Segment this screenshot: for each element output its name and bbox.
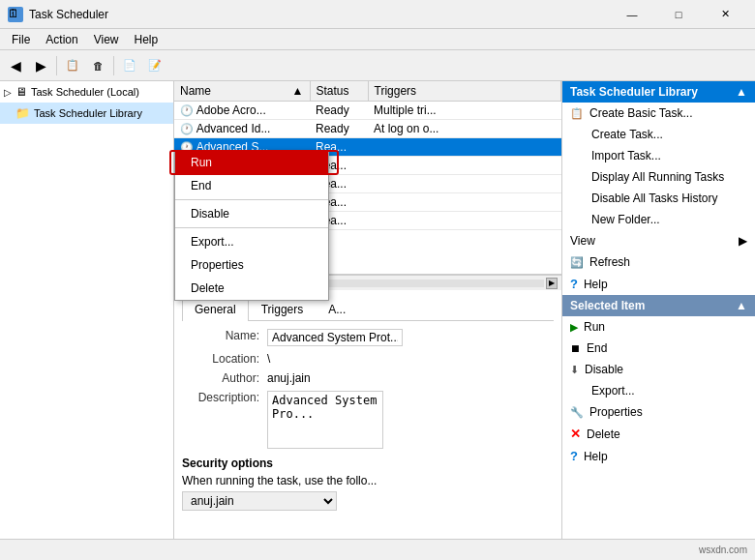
col-triggers[interactable]: Triggers [368, 81, 561, 102]
location-label: Location: [182, 352, 259, 366]
help-selected-icon: ? [570, 449, 578, 463]
col-name[interactable]: Name ▲ [174, 81, 310, 102]
disable-history-label: Disable All Tasks History [591, 192, 718, 205]
task-status-cell: Ready [310, 102, 368, 120]
ctx-delete[interactable]: Delete [175, 277, 328, 300]
maximize-button[interactable]: □ [656, 0, 701, 29]
import-task-label: Import Task... [591, 149, 661, 162]
help-library-label: Help [584, 278, 608, 291]
app-icon: 🗓 [8, 7, 23, 22]
actions-section-selected-title: Selected Item ▲ [562, 295, 755, 316]
action-display-running[interactable]: Display All Running Tasks [562, 166, 755, 188]
properties-icon: 🔧 [570, 406, 584, 419]
close-button[interactable]: ✕ [703, 0, 747, 29]
folder-icon: 📁 [15, 106, 30, 120]
action-end-selected[interactable]: ⏹ End [562, 338, 755, 359]
action-view[interactable]: View ▶ [562, 230, 755, 251]
action-run-selected[interactable]: ▶ Run [562, 316, 755, 338]
toolbar-btn-3[interactable]: 📄 [118, 54, 141, 77]
action-create-task[interactable]: Create Task... [562, 124, 755, 145]
detail-description-row: Description: Advanced System Pro... [182, 391, 554, 449]
action-properties-selected[interactable]: 🔧 Properties [562, 401, 755, 423]
disable-label: Disable [585, 363, 623, 376]
delete-label: Delete [587, 427, 620, 441]
action-help-library[interactable]: ? Help [562, 273, 755, 295]
menu-view[interactable]: View [86, 31, 127, 48]
sidebar-item-library[interactable]: 📁 Task Scheduler Library [0, 103, 173, 124]
menu-action[interactable]: Action [38, 31, 85, 48]
status-bar: wsxdn.com [0, 539, 755, 560]
action-delete-selected[interactable]: ✕ Delete [562, 423, 755, 445]
create-task-label: Create Task... [591, 128, 663, 141]
actions-panel: Task Scheduler Library ▲ 📋 Create Basic … [561, 81, 755, 560]
actions-selected-label: Selected Item [570, 299, 645, 312]
toolbar-forward[interactable]: ▶ [29, 54, 52, 77]
ctx-sep-1 [175, 199, 328, 200]
ctx-disable[interactable]: Disable [175, 202, 328, 225]
security-text: When running the task, use the follo... [182, 474, 554, 487]
disable-icon: ⬇ [570, 364, 579, 376]
help-selected-label: Help [584, 450, 608, 463]
security-title: Security options [182, 457, 554, 470]
col-status[interactable]: Status [310, 81, 368, 102]
security-section: Security options When running the task, … [182, 457, 554, 511]
task-row[interactable]: 🕐 Adobe Acro...ReadyMultiple tri... [174, 102, 561, 120]
view-label: View [570, 234, 595, 248]
tab-triggers[interactable]: Triggers [249, 298, 317, 320]
toolbar-btn-4[interactable]: 📝 [143, 54, 166, 77]
security-user-select[interactable]: anuj.jain [182, 491, 337, 511]
end-label: End [587, 341, 607, 355]
toolbar-btn-1[interactable]: 📋 [61, 54, 84, 77]
name-label: Name: [182, 329, 259, 346]
action-disable-history[interactable]: Disable All Tasks History [562, 188, 755, 209]
action-export-selected[interactable]: Export... [562, 380, 755, 401]
sidebar: ▷ 🖥 Task Scheduler (Local) 📁 Task Schedu… [0, 81, 174, 560]
action-import-task[interactable]: Import Task... [562, 145, 755, 166]
ctx-export[interactable]: Export... [175, 230, 328, 253]
author-label: Author: [182, 371, 259, 385]
end-icon: ⏹ [570, 342, 581, 354]
create-basic-label: Create Basic Task... [589, 106, 693, 120]
action-refresh[interactable]: 🔄 Refresh [562, 251, 755, 273]
delete-icon: ✕ [570, 427, 581, 441]
toolbar-sep-2 [113, 56, 114, 75]
scroll-right[interactable]: ▶ [546, 278, 558, 289]
ctx-sep-2 [175, 227, 328, 228]
refresh-icon: 🔄 [570, 256, 584, 269]
menu-help[interactable]: Help [127, 31, 166, 48]
action-new-folder[interactable]: New Folder... [562, 209, 755, 230]
toolbar-sep-1 [56, 56, 57, 75]
create-basic-icon: 📋 [570, 107, 584, 120]
computer-icon: 🖥 [15, 85, 27, 99]
expand-icon: ▷ [4, 87, 12, 98]
actions-selected-collapse-icon[interactable]: ▲ [736, 299, 747, 312]
ctx-end[interactable]: End [175, 174, 328, 197]
action-disable-selected[interactable]: ⬇ Disable [562, 359, 755, 380]
action-create-basic-task[interactable]: 📋 Create Basic Task... [562, 103, 755, 124]
action-help-selected[interactable]: ? Help [562, 445, 755, 467]
toolbar-btn-2[interactable]: 🗑 [86, 54, 109, 77]
tab-general[interactable]: General [182, 298, 249, 321]
task-triggers-cell [368, 212, 561, 230]
window-title: Task Scheduler [29, 8, 108, 21]
toolbar-back[interactable]: ◀ [4, 54, 27, 77]
title-bar: 🗓 Task Scheduler — □ ✕ [0, 0, 755, 29]
location-value: \ [267, 352, 554, 366]
name-input[interactable] [267, 329, 403, 346]
ctx-run[interactable]: Run [175, 151, 328, 174]
refresh-label: Refresh [589, 255, 630, 269]
window-controls: — □ ✕ [610, 0, 747, 29]
ctx-properties[interactable]: Properties [175, 253, 328, 277]
tab-actions[interactable]: A... [316, 298, 358, 320]
menu-bar: File Action View Help [0, 29, 755, 50]
minimize-button[interactable]: — [610, 0, 654, 29]
menu-file[interactable]: File [4, 31, 38, 48]
task-triggers-cell [368, 138, 561, 157]
detail-name-row: Name: [182, 329, 554, 346]
task-row[interactable]: 🕐 Advanced Id...ReadyAt log on o... [174, 120, 561, 138]
description-textarea[interactable]: Advanced System Pro... [267, 391, 383, 449]
run-label: Run [584, 320, 605, 334]
actions-collapse-icon[interactable]: ▲ [736, 85, 747, 99]
sidebar-item-local[interactable]: ▷ 🖥 Task Scheduler (Local) [0, 81, 173, 103]
detail-location-row: Location: \ [182, 352, 554, 366]
